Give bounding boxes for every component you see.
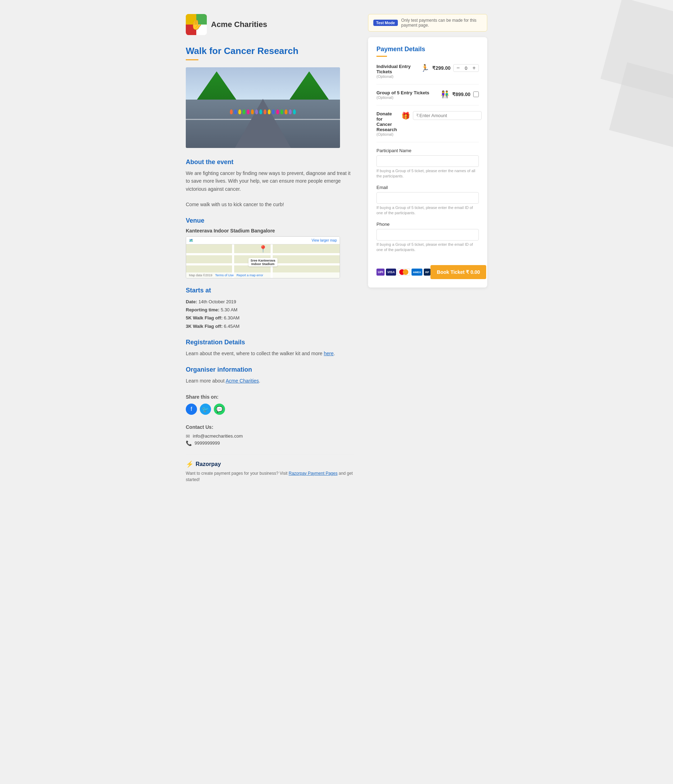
schedule-3k: 3K Walk Flag off: 6.45AM xyxy=(186,322,354,330)
event-image xyxy=(186,67,340,148)
schedule-title: Starts at xyxy=(186,287,354,294)
about-section: About the event We are fighting cancer b… xyxy=(186,159,354,208)
donate-amount-input[interactable] xyxy=(420,113,479,118)
ticket-price-area-individual: 🏃 ₹299.00 − 0 + xyxy=(421,64,479,72)
runner-dot xyxy=(272,109,275,114)
phone-icon: 📞 xyxy=(186,440,192,446)
razorpay-link[interactable]: Razorpay Payment Pages xyxy=(289,471,337,476)
ticket-label-individual: Individual Entry Tickets xyxy=(376,64,417,74)
participant-name-input[interactable] xyxy=(376,156,479,167)
share-facebook-button[interactable]: f xyxy=(186,404,197,415)
price-text-group: ₹899.00 xyxy=(452,92,470,97)
about-title: About the event xyxy=(186,159,354,166)
schedule-section: Starts at Date: 14th October 2019 Report… xyxy=(186,287,354,331)
map-container: 🗺️ View larger map 📍 Sree Kanteerava Ind… xyxy=(186,236,340,278)
participant-label: Participant Name xyxy=(376,148,479,153)
runner-dot xyxy=(276,109,279,114)
donate-input-wrapper: ₹ xyxy=(413,111,482,120)
ticket-optional-individual: (Optional) xyxy=(376,74,417,79)
runner-dot xyxy=(289,109,292,114)
participant-hint: If buying a Group of 5 ticket, please en… xyxy=(376,168,479,179)
visa-payment-icon: VISA xyxy=(386,269,396,275)
share-label: Share this on: xyxy=(186,393,354,401)
contact-phone: 9999999999 xyxy=(194,440,220,446)
email-input[interactable] xyxy=(376,192,479,204)
event-title: Walk for Cancer Research xyxy=(186,45,354,56)
runner-dots xyxy=(201,104,325,120)
map-top-bar: 🗺️ View larger map xyxy=(186,236,340,244)
amex-payment-icon: AMEX xyxy=(412,269,423,275)
razorpay-brand: ⚡ Razorpay xyxy=(186,460,354,468)
razorpay-payment-icon: RP xyxy=(424,269,431,275)
left-column: ✋ Acme Charities Walk for Cancer Researc… xyxy=(186,14,354,483)
venue-title: Venue xyxy=(186,217,354,224)
organiser-link[interactable]: Acme Charities xyxy=(226,378,259,384)
ticket-label-donate: Donate for Cancer Research xyxy=(376,111,397,132)
organiser-title: Organiser information xyxy=(186,366,354,373)
map-report-link[interactable]: Report a map error xyxy=(236,274,263,277)
contact-email: info@acmecharities.com xyxy=(193,433,243,439)
phone-label: Phone xyxy=(376,222,479,227)
registration-title: Registration Details xyxy=(186,339,354,346)
runner-dot xyxy=(284,109,288,114)
form-group-participant: Participant Name If buying a Group of 5 … xyxy=(376,148,479,179)
runner-dot xyxy=(293,109,296,114)
map-view-larger-link[interactable]: View larger map xyxy=(312,238,337,242)
registration-link[interactable]: here xyxy=(324,351,334,356)
upi-payment-icon: UPI xyxy=(376,269,384,275)
share-icons: f 🐦 💬 xyxy=(186,404,354,415)
runner-dot xyxy=(268,109,270,114)
venue-name: Kanteerava Indoor Stadium Bangalore xyxy=(186,228,354,233)
email-icon: ✉ xyxy=(186,433,190,439)
payment-footer: UPI VISA AMEX RP Book Ticket ₹ 0.00 xyxy=(376,260,479,279)
ticket-price-area-donate: 🎁 ₹ xyxy=(401,111,482,120)
payment-card: Payment Details Individual Entry Tickets… xyxy=(368,37,487,288)
schedule-date: Date: 14th October 2019 xyxy=(186,298,354,306)
map-data-credit: Map data ©2019 xyxy=(189,274,212,277)
ticket-row-donate: Donate for Cancer Research (Optional) 🎁 … xyxy=(376,111,479,142)
ticket-optional-group: (Optional) xyxy=(376,95,437,100)
whatsapp-icon: 💬 xyxy=(216,406,223,413)
share-twitter-button[interactable]: 🐦 xyxy=(200,404,211,415)
phone-input[interactable] xyxy=(376,229,479,241)
form-group-phone: Phone If buying a Group of 5 ticket, ple… xyxy=(376,222,479,253)
map-terms-link[interactable]: Terms of Use xyxy=(215,274,234,277)
contact-title: Contact Us: xyxy=(186,423,354,431)
qty-decrement-individual[interactable]: − xyxy=(456,65,460,71)
runner-dot xyxy=(264,109,266,114)
razorpay-logo-icon: ⚡ xyxy=(186,460,193,468)
ticket-info-donate: Donate for Cancer Research (Optional) xyxy=(376,111,397,136)
form-group-email: Email If buying a Group of 5 ticket, ple… xyxy=(376,185,479,216)
payment-title: Payment Details xyxy=(376,45,479,53)
qty-increment-individual[interactable]: + xyxy=(472,65,476,71)
title-underline xyxy=(186,59,198,60)
mastercard-payment-icon xyxy=(398,269,410,275)
organiser-text: Learn more about Acme Charities. xyxy=(186,377,354,385)
share-section: Share this on: f 🐦 💬 xyxy=(186,393,354,415)
ticket-row-group: Group of 5 Entry Tickets (Optional) 👫 ₹8… xyxy=(376,90,479,106)
schedule-5k: 5K Walk Flag off: 6.30AM xyxy=(186,314,354,322)
about-text1: We are fighting cancer by finding new wa… xyxy=(186,170,354,193)
runner-dot xyxy=(255,109,258,114)
facebook-icon: f xyxy=(191,406,192,412)
schedule-reporting: Reporting time: 5.30 AM xyxy=(186,306,354,314)
runner-dot xyxy=(234,109,237,114)
email-label: Email xyxy=(376,185,479,190)
org-logo: ✋ xyxy=(186,14,207,35)
qty-value-individual: 0 xyxy=(463,65,470,71)
razorpay-footer: ⚡ Razorpay Want to create payment pages … xyxy=(186,454,354,483)
contact-section: Contact Us: ✉ info@acmecharities.com 📞 9… xyxy=(186,423,354,446)
venue-section: Venue Kanteerava Indoor Stadium Bangalor… xyxy=(186,217,354,278)
group-ticket-checkbox[interactable] xyxy=(473,92,479,97)
org-header: ✋ Acme Charities xyxy=(186,14,354,35)
share-whatsapp-button[interactable]: 💬 xyxy=(214,404,225,415)
map-pin-icon: 📍 xyxy=(259,245,267,253)
book-ticket-button[interactable]: Book Ticket ₹ 0.00 xyxy=(431,265,486,279)
ticket-label-group: Group of 5 Entry Tickets xyxy=(376,90,437,95)
ticket-row-individual: Individual Entry Tickets (Optional) 🏃 ₹2… xyxy=(376,64,479,84)
runner-dot xyxy=(230,109,233,114)
map-road xyxy=(186,253,340,255)
map-pin-label: Sree Kanteerava Indoor Stadium xyxy=(249,258,278,266)
registration-section: Registration Details Learn about the eve… xyxy=(186,339,354,357)
org-name: Acme Charities xyxy=(211,20,267,29)
